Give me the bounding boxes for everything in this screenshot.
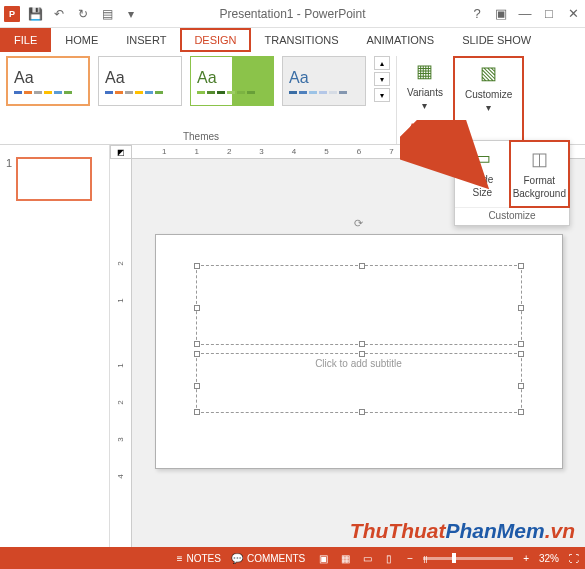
fit-to-window-button[interactable]: ⛶ (569, 553, 579, 564)
format-background-button[interactable]: ◫ Format Background (509, 140, 570, 208)
variants-group: ▦ Variants ▾ (396, 56, 453, 144)
variants-button[interactable]: ▦ Variants ▾ (401, 56, 449, 116)
tab-animations[interactable]: ANIMATIONS (353, 28, 449, 52)
window-title: Presentation1 - PowerPoint (219, 7, 365, 21)
ribbon-tabs: FILE HOME INSERT DESIGN TRANSITIONS ANIM… (0, 28, 585, 52)
ribbon: Aa Aa Aa Aa ▴ ▾ ▾ Themes ▦ (0, 52, 585, 145)
notes-icon: ≡ (177, 553, 183, 564)
rotation-handle[interactable]: ⟳ (354, 217, 363, 230)
vertical-ruler[interactable]: 211234 (110, 159, 132, 547)
slide-thumbnail-1[interactable] (16, 157, 92, 201)
redo-button[interactable]: ↻ (74, 5, 92, 23)
slide-number: 1 (6, 157, 12, 201)
zoom-out-button[interactable]: − (407, 553, 413, 564)
tab-home[interactable]: HOME (51, 28, 112, 52)
tab-insert[interactable]: INSERT (112, 28, 180, 52)
reading-view-button[interactable]: ▭ (359, 551, 375, 565)
restore-button[interactable]: □ (537, 4, 561, 24)
customize-button[interactable]: ▧ Customize ▾ (459, 58, 518, 118)
themes-scroll-up[interactable]: ▴ (374, 56, 390, 70)
watermark: ThuThuatPhanMem.vn (350, 519, 575, 543)
dropdown-group-label: Customize (455, 207, 569, 225)
theme-option-4[interactable]: Aa (282, 56, 366, 106)
slide-size-icon: ▭ (468, 147, 496, 171)
zoom-slider[interactable] (423, 557, 513, 560)
undo-button[interactable]: ↶ (50, 5, 68, 23)
theme-option-2[interactable]: Aa (98, 56, 182, 106)
titlebar: P 💾 ↶ ↻ ▤ ▾ Presentation1 - PowerPoint ?… (0, 0, 585, 28)
zoom-in-button[interactable]: + (523, 553, 529, 564)
themes-group-label: Themes (6, 131, 396, 144)
ribbon-display-options[interactable]: ▣ (489, 4, 513, 24)
save-button[interactable]: 💾 (26, 5, 44, 23)
variants-icon: ▦ (411, 60, 439, 84)
zoom-level[interactable]: 32% (539, 553, 559, 564)
tab-design[interactable]: DESIGN (180, 28, 250, 52)
statusbar: ≡NOTES 💬COMMENTS ▣ ▦ ▭ ▯ − + 32% ⛶ (0, 547, 585, 569)
subtitle-placeholder[interactable]: Click to add subtitle (196, 353, 522, 413)
slide-canvas[interactable]: ⟳ Click to add subtitle (155, 234, 563, 469)
help-button[interactable]: ? (465, 4, 489, 24)
notes-button[interactable]: ≡NOTES (177, 553, 221, 564)
title-placeholder[interactable] (196, 265, 522, 345)
normal-view-button[interactable]: ▣ (315, 551, 331, 565)
slideshow-view-button[interactable]: ▯ (381, 551, 397, 565)
slide-thumbnail-panel: 1 (0, 145, 110, 547)
slide-size-button[interactable]: ▭ Slide Size (455, 141, 510, 207)
comments-button[interactable]: 💬COMMENTS (231, 553, 305, 564)
theme-option-3[interactable]: Aa (190, 56, 274, 106)
minimize-button[interactable]: — (513, 4, 537, 24)
customize-icon: ▧ (475, 62, 503, 86)
themes-scroll-down[interactable]: ▾ (374, 72, 390, 86)
theme-office[interactable]: Aa (6, 56, 90, 106)
slide-sorter-button[interactable]: ▦ (337, 551, 353, 565)
powerpoint-app-icon: P (4, 6, 20, 22)
format-background-icon: ◫ (525, 148, 553, 172)
tab-slideshow[interactable]: SLIDE SHOW (448, 28, 545, 52)
tab-transitions[interactable]: TRANSITIONS (251, 28, 353, 52)
comments-icon: 💬 (231, 553, 243, 564)
start-from-beginning-button[interactable]: ▤ (98, 5, 116, 23)
tab-file[interactable]: FILE (0, 28, 51, 52)
qat-dropdown[interactable]: ▾ (122, 5, 140, 23)
ruler-corner[interactable]: ◩ (110, 145, 132, 159)
customize-group: ▧ Customize ▾ (453, 56, 524, 144)
themes-group: Aa Aa Aa Aa ▴ ▾ ▾ Themes (6, 56, 396, 144)
themes-more[interactable]: ▾ (374, 88, 390, 102)
customize-dropdown: ▭ Slide Size ◫ Format Background Customi… (454, 140, 570, 226)
close-button[interactable]: ✕ (561, 4, 585, 24)
